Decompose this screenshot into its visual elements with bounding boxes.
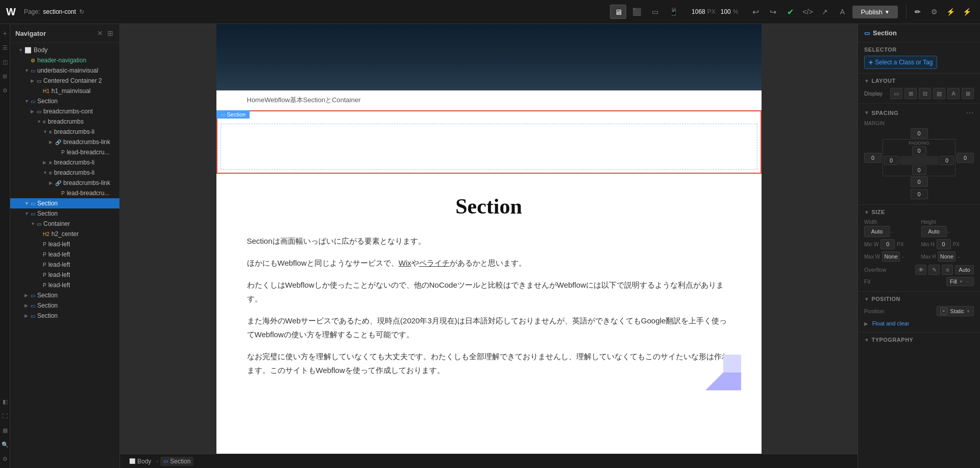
bottom-crumb-section[interactable]: ▭ Section (160, 457, 193, 466)
body-label: Body (34, 46, 47, 54)
gear-icon-btn[interactable]: ⚙ (927, 5, 941, 19)
device-mobile-p-btn[interactable]: 📱 (665, 5, 681, 19)
display-grid-btn[interactable]: ⊟ (919, 88, 931, 99)
nav-icon-4[interactable]: ⚙ (1, 84, 10, 97)
page-refresh-icon[interactable]: ↻ (79, 8, 84, 15)
logo[interactable]: W (6, 6, 16, 18)
device-tablet-l-btn[interactable]: ⬛ (628, 5, 645, 19)
nav-icon-8[interactable]: 🔍 (1, 438, 10, 451)
spacing-expand-icon[interactable]: ⋯ (966, 108, 974, 118)
min-w-input[interactable] (880, 239, 895, 249)
overflow-visible-btn[interactable]: 👁 (915, 265, 926, 275)
bottom-crumb-body[interactable]: ⬜ Body (126, 457, 154, 466)
tree-item-breadcrumbs-li-2[interactable]: ▶ ≡ breadcrumbs-li (10, 157, 119, 168)
wix-link[interactable]: Wix (399, 259, 411, 267)
min-w-unit: PX (897, 242, 903, 247)
float-clear-link[interactable]: Float and clear (872, 320, 910, 326)
margin-top-input[interactable] (911, 128, 928, 138)
underbasic-toggle-icon: ▼ (24, 68, 31, 73)
padding-left-input[interactable] (884, 156, 898, 165)
overflow-scroll-btn[interactable]: ≡ (942, 265, 953, 275)
tree-item-section-bottom-2[interactable]: ▶ ▭ Section (10, 300, 119, 311)
tree-item-breadcrumbs-link-2[interactable]: ▶ 🔗 breadcrumbs-link (10, 178, 119, 188)
device-desktop-btn[interactable]: 🖥 (610, 5, 626, 19)
position-section-title[interactable]: ▼ Position (864, 296, 974, 302)
display-flex-btn[interactable]: ⊞ (904, 88, 917, 99)
nav-icon-3[interactable]: ⊞ (1, 70, 10, 82)
margin-right-input[interactable] (957, 153, 974, 163)
navigator-expand-btn[interactable]: ⊞ (106, 28, 114, 38)
display-none-btn[interactable]: ⊠ (962, 88, 974, 99)
undo-button[interactable]: ↩ (748, 5, 763, 19)
tree-item-container[interactable]: ▼ ▭ Container (10, 219, 119, 229)
canvas-scroll[interactable]: HomeWebflow基本SectionとContainer ▭ Section… (120, 24, 857, 454)
tree-item-h1-mainvisual[interactable]: H1 h1_mainvisual (10, 86, 119, 96)
tree-item-breadcrumbs[interactable]: ▼ ≡ breadcrumbs (10, 116, 119, 127)
nav-icon-5[interactable]: ◧ (1, 395, 10, 408)
redo-button[interactable]: ↪ (766, 5, 780, 19)
height-input[interactable] (921, 226, 947, 237)
padding-top-input[interactable] (912, 146, 926, 155)
section-container-icon: ▭ (31, 211, 35, 217)
spacing-section-title[interactable]: ▼ Spacing (864, 110, 898, 116)
padding-right-input[interactable] (940, 156, 954, 165)
tree-item-breadcrumbs-link-1[interactable]: ▶ 🔗 breadcrumbs-link (10, 137, 119, 147)
layout-section-title[interactable]: ▼ Layout (864, 78, 974, 84)
margin-bottom-input[interactable] (911, 177, 928, 187)
max-h-input[interactable] (938, 251, 955, 262)
canvas-selected-section[interactable]: ▭ Section (216, 110, 762, 174)
navigator-close-btn[interactable]: ✕ (96, 28, 104, 38)
extra-top-input[interactable] (911, 189, 928, 199)
overflow-hidden-btn[interactable]: ✎ (928, 265, 940, 275)
tree-item-lead-left-5[interactable]: P lead-left (10, 280, 119, 290)
tree-item-underbasic[interactable]: ▼ ▭ underbasic-mainvisual (10, 65, 119, 76)
tree-item-lead-breadcru-2[interactable]: P lead-breadcru... (10, 188, 119, 198)
add-element-icon[interactable]: + (1, 27, 10, 39)
style-icon-btn[interactable]: ✏ (911, 5, 925, 19)
tree-item-centered-cont[interactable]: ▶ ▭ Centered Container 2 (10, 76, 119, 86)
display-block-btn[interactable]: ▭ (890, 88, 902, 99)
nav-icon-6[interactable]: ⛶ (1, 410, 10, 422)
code-editor-btn[interactable]: </> (800, 5, 815, 19)
tree-item-breadcrumbs-li-1[interactable]: ▼ ≡ breadcrumbs-li (10, 127, 119, 137)
nav-icon-9[interactable]: ⚙ (1, 453, 10, 465)
display-inline-block-btn[interactable]: A (947, 88, 960, 99)
selector-add-button[interactable]: + Select a Class or Tag (864, 56, 937, 69)
margin-left-input[interactable] (864, 153, 881, 163)
nav-icon-2[interactable]: ◫ (1, 56, 10, 68)
tree-item-section-breadcrumb[interactable]: ▼ ▭ Section (10, 96, 119, 106)
tree-item-breadcrumbs-li-3[interactable]: ▼ ≡ breadcrumbs-li (10, 168, 119, 178)
tree-item-body[interactable]: ▼ ⬜ Body (10, 45, 119, 55)
display-inline-btn[interactable]: ▤ (933, 88, 945, 99)
tree-item-section-selected[interactable]: ▼ ▭ Section (10, 198, 119, 208)
tree-item-header-nav[interactable]: ⚙ header-navigation (10, 55, 119, 65)
perachi-link[interactable]: ペライチ (419, 259, 450, 267)
width-input[interactable] (864, 226, 890, 237)
size-section-title[interactable]: ▼ Size (864, 209, 974, 215)
tree-item-h2-center[interactable]: H2 h2_center (10, 229, 119, 239)
tree-item-lead-left-3[interactable]: P lead-left (10, 260, 119, 270)
fit-select[interactable]: Fill ▼ ⋯ (946, 277, 974, 286)
tree-item-lead-left-4[interactable]: P lead-left (10, 270, 119, 280)
device-tablet-p-btn[interactable]: ▭ (647, 5, 663, 19)
max-w-input[interactable] (882, 251, 900, 262)
tree-item-section-bottom-1[interactable]: ▶ ▭ Section (10, 290, 119, 300)
interactions-icon-btn[interactable]: ⚡ (943, 5, 958, 19)
padding-bottom-input[interactable] (912, 166, 926, 175)
tree-item-section-bottom-3[interactable]: ▶ ▭ Section (10, 311, 119, 321)
lightning-icon-btn[interactable]: ⚡ (960, 5, 974, 19)
typography-section-title[interactable]: ▼ Typography (864, 337, 974, 343)
nav-icon-7[interactable]: ▦ (1, 424, 10, 436)
tree-item-breadcrumbs-cont[interactable]: ▶ ▭ breadcrumbs-cont (10, 106, 119, 116)
min-h-input[interactable] (937, 239, 951, 249)
publish-button[interactable]: Publish ▼ (852, 6, 898, 18)
status-indicator[interactable]: ✔ (783, 5, 797, 19)
nav-icon-1[interactable]: ☰ (1, 41, 10, 54)
tree-item-lead-left-2[interactable]: P lead-left (10, 249, 119, 260)
seo-btn[interactable]: A (835, 5, 849, 19)
tree-item-section-container[interactable]: ▼ ▭ Section (10, 208, 119, 219)
export-btn[interactable]: ↗ (818, 5, 832, 19)
tree-item-lead-left-1[interactable]: P lead-left (10, 239, 119, 249)
tree-item-lead-breadcru-1[interactable]: P lead-breadcru... (10, 147, 119, 157)
position-select[interactable]: ✕ Static ▼ (937, 306, 974, 316)
